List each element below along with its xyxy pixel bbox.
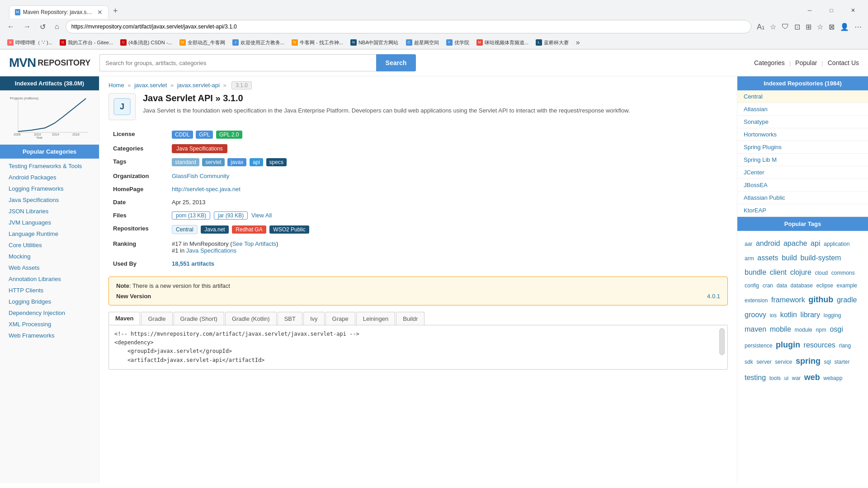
ptag-sdk[interactable]: sdk — [745, 359, 753, 365]
bookmark-migu[interactable]: M 咪咕视频体育频道... — [474, 38, 531, 47]
ptag-assets[interactable]: assets — [757, 254, 778, 262]
tag-javax[interactable]: javax — [227, 158, 246, 166]
ptag-build-system[interactable]: build-system — [801, 254, 841, 262]
sidebar-item-web-assets[interactable]: Web Assets — [0, 262, 99, 273]
breadcrumb-home[interactable]: Home — [108, 82, 124, 89]
bookmark-niuke1[interactable]: N 全部动态_牛客网 — [177, 38, 228, 47]
logo[interactable]: MVN REPOSITORY — [9, 56, 90, 70]
ptag-tools[interactable]: tools — [769, 375, 781, 381]
ptag-github[interactable]: github — [808, 295, 833, 304]
tab-gradle-short[interactable]: Gradle (Short) — [174, 312, 224, 325]
breadcrumb-group[interactable]: javax.servlet — [134, 82, 167, 89]
ptag-ui[interactable]: ui — [784, 375, 788, 381]
bookmark-lanqiao[interactable]: L 蓝桥杯大赛 — [533, 38, 571, 47]
ptag-eclipse[interactable]: eclipse — [816, 282, 833, 289]
ptag-rlang[interactable]: rlang — [839, 343, 851, 349]
bookmark-niuke2[interactable]: N 牛客网 - 找工作神... — [289, 38, 346, 47]
view-all-files[interactable]: View All — [251, 212, 272, 219]
ptag-commons[interactable]: commons — [831, 270, 855, 276]
ptag-mobile[interactable]: mobile — [770, 325, 791, 333]
nav-categories[interactable]: Categories — [754, 59, 785, 66]
sidebar-item-core[interactable]: Core Utilities — [0, 239, 99, 251]
repo-item-spring-plugins[interactable]: Spring Plugins — [737, 141, 868, 154]
new-tab-btn[interactable]: + — [108, 4, 123, 19]
repo-central[interactable]: Central — [172, 225, 198, 234]
ptag-ios[interactable]: ios — [770, 312, 777, 319]
nav-contact[interactable]: Contact Us — [828, 59, 859, 66]
tab-leiningen[interactable]: Leiningen — [356, 312, 395, 325]
repo-wso2[interactable]: WSO2 Public — [269, 225, 309, 234]
sidebar-item-logging-bridges[interactable]: Logging Bridges — [0, 296, 99, 307]
repo-item-atlassian[interactable]: Atlassian — [737, 103, 868, 116]
bookmark-youxue[interactable]: Y 优学院 — [443, 38, 472, 47]
ptag-framework[interactable]: framework — [771, 296, 805, 304]
ptag-war[interactable]: war — [792, 375, 801, 381]
ptag-aar[interactable]: aar — [745, 241, 752, 247]
file-jar[interactable]: jar (93 KB) — [214, 211, 248, 220]
sidebar-item-jvm[interactable]: JVM Languages — [0, 217, 99, 228]
license-gpl[interactable]: GPL — [196, 131, 213, 139]
ptag-starter[interactable]: starter — [835, 359, 850, 365]
ptag-example[interactable]: example — [837, 282, 857, 289]
ptag-arm[interactable]: arm — [745, 255, 754, 262]
sidebar-item-json[interactable]: JSON Libraries — [0, 206, 99, 217]
ptag-gradle[interactable]: gradle — [837, 296, 857, 304]
split-icon[interactable]: ⊞ — [804, 21, 813, 33]
bookmark-chaoxing[interactable]: C 超星网空间 — [403, 38, 442, 47]
ptag-data[interactable]: data — [777, 282, 787, 289]
used-by-link[interactable]: 18,551 artifacts — [172, 260, 214, 267]
bookmark-bilibili[interactable]: B 哔哩哔哩（ '-' )... — [5, 38, 55, 47]
ptag-persistence[interactable]: persistence — [745, 343, 772, 349]
repo-item-hortonworks[interactable]: Hortonworks — [737, 128, 868, 141]
homepage-link[interactable]: http://servlet-spec.java.net — [172, 186, 241, 192]
cast-icon[interactable]: ⊡ — [793, 21, 802, 33]
tab-maven[interactable]: Maven — [108, 312, 140, 325]
ptag-logging[interactable]: logging — [824, 312, 841, 319]
sidebar-item-http[interactable]: HTTP Clients — [0, 285, 99, 296]
ptag-android[interactable]: android — [756, 239, 780, 247]
bookmarks-more-btn[interactable]: » — [573, 38, 583, 47]
ptag-api[interactable]: api — [811, 239, 820, 247]
ptag-osgi[interactable]: osgi — [830, 325, 843, 333]
bookmark-nba[interactable]: N NBA中国官方网站 — [348, 38, 401, 47]
search-input[interactable] — [99, 54, 376, 71]
ptag-build[interactable]: build — [782, 254, 797, 262]
repo-item-jbossea[interactable]: JBossEA — [737, 179, 868, 192]
breadcrumb-artifact[interactable]: javax.servlet-api — [177, 82, 220, 89]
tab-grape[interactable]: Grape — [326, 312, 355, 325]
ptag-maven[interactable]: maven — [745, 325, 766, 333]
url-bar[interactable] — [66, 20, 752, 33]
ptag-service[interactable]: service — [775, 359, 792, 365]
ptag-plugin[interactable]: plugin — [776, 340, 800, 349]
ptag-sql[interactable]: sql — [824, 359, 831, 365]
tag-api[interactable]: api — [250, 158, 263, 166]
ptag-apache[interactable]: apache — [783, 239, 807, 247]
tag-specs[interactable]: specs — [266, 158, 287, 166]
sidebar-item-mocking[interactable]: Mocking — [0, 251, 99, 262]
sidebar-item-logging[interactable]: Logging Frameworks — [0, 183, 99, 194]
ptag-groovy[interactable]: groovy — [745, 311, 766, 319]
more-icon[interactable]: ⋯ — [853, 21, 863, 33]
code-area[interactable]: <!-- https://mvnrepository.com/artifact/… — [108, 325, 728, 370]
ptag-web[interactable]: web — [804, 373, 820, 382]
tab-buildr[interactable]: Buildr — [396, 312, 425, 325]
home-btn[interactable]: ⌂ — [52, 21, 62, 33]
bookmark-icon[interactable]: ☆ — [768, 21, 778, 33]
minimize-btn[interactable]: ─ — [799, 4, 820, 17]
ptag-clojure[interactable]: clojure — [790, 268, 811, 276]
tab-close-btn[interactable]: ✕ — [97, 9, 103, 16]
maximize-btn[interactable]: □ — [821, 4, 842, 17]
new-version-value[interactable]: 4.0.1 — [707, 293, 720, 300]
ptag-webapp[interactable]: webapp — [823, 375, 842, 381]
scrollbar-thumb[interactable] — [719, 328, 725, 355]
license-cddl[interactable]: CDDL — [172, 131, 193, 139]
bookmark-csdn[interactable]: C (4条消息) CSDN -... — [118, 38, 175, 47]
shield-icon[interactable]: 🛡 — [780, 21, 791, 33]
repo-item-spring-lib-m[interactable]: Spring Lib M — [737, 154, 868, 166]
ptag-spring[interactable]: spring — [796, 357, 821, 366]
tag-standard[interactable]: standard — [172, 158, 199, 166]
ptag-database[interactable]: database — [791, 282, 813, 289]
repo-item-sonatype[interactable]: Sonatype — [737, 116, 868, 128]
scrollbar[interactable] — [719, 328, 725, 355]
translate-icon[interactable]: A₁ — [755, 21, 766, 33]
